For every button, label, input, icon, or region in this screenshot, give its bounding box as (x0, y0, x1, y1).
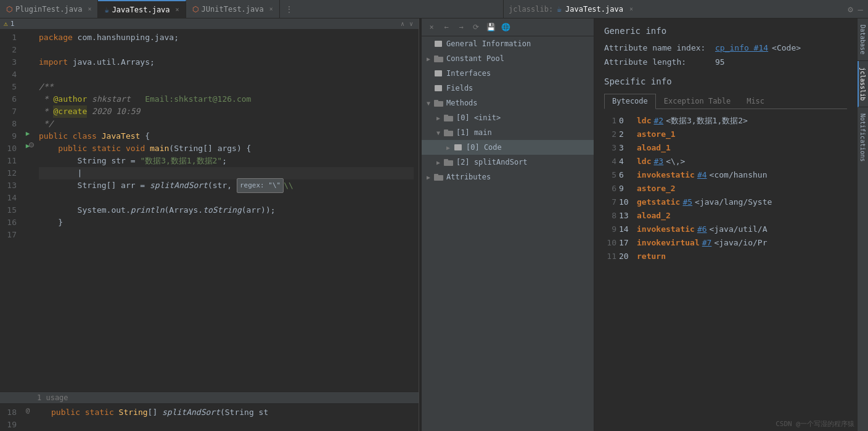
run-gutter-bottom: @ (22, 404, 34, 431)
tree-item-attributes[interactable]: ▶ Attributes (422, 170, 594, 184)
svg-rect-3 (435, 70, 442, 76)
folder-icon-attributes (434, 173, 444, 181)
tree-item-code[interactable]: ▶ [0] Code (422, 140, 594, 155)
tree-item-main[interactable]: ▼ [1] main (422, 125, 594, 140)
tab-close-jcl[interactable]: × (629, 6, 633, 12)
jcl-filename: JavaTest.java (565, 5, 623, 14)
code-line-11: String str = "数据3,数据1,数据2"; (39, 155, 414, 167)
svg-rect-4 (435, 85, 442, 91)
code-line-16: } (39, 216, 414, 229)
tree-item-interfaces[interactable]: Interfaces (422, 66, 594, 81)
save-btn[interactable]: 💾 (485, 21, 497, 33)
nav-up[interactable]: ∧ (399, 20, 406, 28)
attr-name-link[interactable]: cp_info #14 (715, 43, 768, 52)
folder-icon-split (444, 158, 454, 166)
attr-name-value: <Code> (772, 43, 801, 52)
code-bottom-area: 18 19 @ public static String[] splitAndS… (0, 404, 419, 431)
code-line-9: public class JavaTest { (39, 130, 414, 142)
bc-operand-10[interactable]: #7 (702, 236, 712, 250)
code-line-10: public static void main(String[] args) { (39, 142, 414, 155)
minimize-icon[interactable]: — (858, 4, 863, 14)
tab-overflow[interactable]: ⋮ (280, 4, 298, 14)
tree-item-general[interactable]: General Information (422, 36, 594, 51)
page-icon-interfaces (434, 70, 444, 77)
forward-btn[interactable]: → (455, 21, 467, 33)
code-line-6: * @author shkstart Email:shkstart@126.co… (39, 93, 414, 105)
tree-item-methods[interactable]: ▼ Methods (422, 96, 594, 110)
bytecode-table: 1 0 ldc #2 <数据3,数据1,数据2> 2 2 astore_1 3 … (604, 114, 847, 263)
code-line-17 (39, 229, 414, 241)
tree-label-constant: Constant Pool (446, 54, 504, 63)
tree-toolbar: × ← → ⟳ 💾 🌐 (422, 18, 594, 36)
bc-row-11: 11 20 return (604, 250, 847, 263)
refresh-btn[interactable]: ⟳ (470, 21, 482, 33)
close-tree-btn[interactable]: × (425, 21, 438, 33)
globe-btn[interactable]: 🌐 (499, 21, 512, 33)
chevron-main: ▼ (436, 129, 444, 136)
code-line-15: System.out.println(Arrays.toString(arr))… (39, 204, 414, 216)
tab-junittest[interactable]: ⬡ JUnitTest.java × (186, 0, 280, 18)
attr-length-value: 95 (715, 57, 725, 67)
page-icon-fields (434, 84, 444, 92)
tree-label-main: [1] main (456, 128, 492, 137)
tab-plugintest[interactable]: ⬡ PluginTest.java × (0, 0, 98, 18)
code-line-8: */ (39, 118, 414, 130)
tree-label-general: General Information (446, 39, 531, 48)
chevron-attributes: ▶ (427, 174, 434, 181)
code-bottom-lines: public static String[] splitAndSort(Stri… (46, 404, 273, 431)
svg-rect-10 (444, 129, 448, 132)
tree-label-fields: Fields (446, 84, 473, 92)
back-btn[interactable]: ← (440, 21, 452, 33)
sidebar-tab-database[interactable]: Database (858, 18, 868, 61)
warning-bar: ⚠ 1 ∧ ∨ (0, 18, 419, 29)
tree-item-fields[interactable]: Fields (422, 81, 594, 96)
nav-arrows: ∧ ∨ (399, 20, 415, 28)
warn-count: 1 (10, 20, 15, 28)
nav-down[interactable]: ∨ (407, 20, 415, 28)
attr-name-label: Attribute name index: (604, 43, 715, 52)
jcl-label: jclasslib: (509, 5, 553, 14)
code-line-5: /** (39, 81, 414, 93)
jcl-detail: Generic info Attribute name index: cp_in… (594, 18, 857, 431)
bc-row-3: 3 3 aload_1 (604, 141, 847, 155)
bc-operand-9[interactable]: #6 (697, 223, 707, 236)
bc-operand-4[interactable]: #3 (653, 155, 663, 168)
run-icon-line10[interactable]: ▶ ◇ (22, 140, 34, 152)
sidebar-tab-jclasslib[interactable]: jclasslib (858, 61, 868, 107)
main-content: ⚠ 1 ∧ ∨ 1 2 3 4 5 6 7 8 (0, 18, 868, 431)
tree-label-attributes: Attributes (446, 173, 491, 181)
line-numbers: 1 2 3 4 5 6 7 8 9 10 11 12 13 14 15 16 1 (0, 29, 22, 392)
tab-close-java[interactable]: × (176, 6, 179, 13)
bc-operand-7[interactable]: #5 (682, 195, 692, 209)
bc-operand-5[interactable]: #4 (697, 168, 707, 182)
bc-row-7: 7 10 getstatic #5 <java/lang/Syste (604, 195, 847, 209)
tree-item-split[interactable]: ▶ [2] splitAndSort (422, 155, 594, 170)
junit-icon: ⬡ (192, 5, 199, 14)
bc-row-2: 2 2 astore_1 (604, 128, 847, 141)
bc-row-4: 4 4 ldc #3 <\,> (604, 155, 847, 168)
tree-item-init[interactable]: ▶ [0] <init> (422, 110, 594, 125)
tab-misc[interactable]: Misc (739, 94, 772, 109)
bc-row-1: 1 0 ldc #2 <数据3,数据1,数据2> (604, 114, 847, 128)
attr-length-label: Attribute length: (604, 57, 715, 67)
tab-exception-table[interactable]: Exception Table (656, 94, 739, 109)
chevron-constant: ▶ (427, 55, 434, 62)
java-icon-jcl: ☕ (557, 4, 562, 14)
tab-bytecode[interactable]: Bytecode (604, 94, 656, 109)
sidebar-tab-notifications[interactable]: Notifications (858, 107, 868, 168)
generic-info-title: Generic info (604, 26, 847, 36)
tab-close-plugin[interactable]: × (88, 6, 91, 12)
bc-row-8: 8 13 aload_2 (604, 209, 847, 223)
run-icon-line9[interactable]: ▶ (22, 128, 34, 140)
settings-icon[interactable]: ⚙ (848, 4, 853, 14)
usage-label: 1 usage (0, 392, 419, 404)
jcl-tree-container: × ← → ⟳ 💾 🌐 General Information ▶ (422, 18, 594, 431)
tab-javatest[interactable]: ☕ JavaTest.java × (98, 0, 186, 18)
svg-rect-11 (454, 144, 462, 150)
tree-label-init: [0] <init> (456, 113, 501, 122)
bc-operand-1[interactable]: #2 (653, 114, 663, 128)
tab-close-junit[interactable]: × (269, 6, 273, 12)
code-editor: ⚠ 1 ∧ ∨ 1 2 3 4 5 6 7 8 (0, 18, 419, 431)
code-lines[interactable]: package com.hanshunping.java; import jav… (34, 29, 419, 392)
tree-item-constant[interactable]: ▶ Constant Pool (422, 51, 594, 66)
